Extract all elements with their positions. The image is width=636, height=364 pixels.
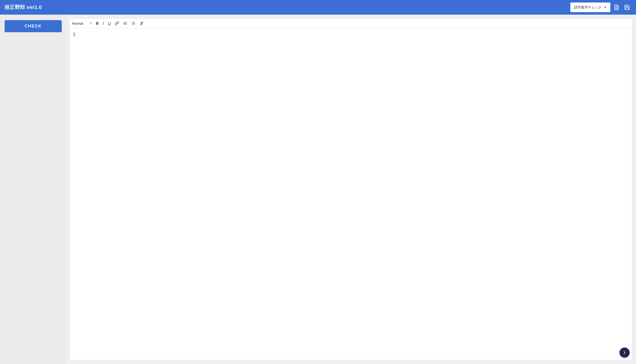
app-title: 校正野郎 ver1.0 bbox=[5, 4, 42, 11]
svg-point-8 bbox=[132, 22, 132, 22]
app-header: 校正野郎 ver1.0 誤字脱字チェック ▼ bbox=[0, 0, 636, 15]
save-icon bbox=[624, 4, 630, 10]
link-icon bbox=[115, 21, 119, 26]
check-button[interactable]: CHECK bbox=[5, 20, 62, 32]
text-cursor bbox=[74, 32, 74, 36]
format-select[interactable]: Normal Heading 1 Heading 2 Heading 3 bbox=[72, 22, 89, 26]
editor-toolbar: Normal Heading 1 Heading 2 Heading 3 ⇕ B… bbox=[69, 18, 632, 28]
ordered-list-icon bbox=[123, 21, 127, 26]
clear-format-button[interactable] bbox=[138, 20, 145, 26]
svg-point-10 bbox=[132, 24, 132, 24]
format-select-wrapper[interactable]: Normal Heading 1 Heading 2 Heading 3 ⇕ bbox=[72, 22, 92, 26]
save-button[interactable] bbox=[623, 3, 631, 12]
chevron-down-icon: ▼ bbox=[604, 6, 607, 9]
check-type-dropdown[interactable]: 誤字脱字チェック ▼ bbox=[570, 2, 610, 12]
svg-point-9 bbox=[132, 23, 132, 24]
clear-format-icon bbox=[140, 21, 144, 26]
file-icon bbox=[613, 4, 619, 10]
unordered-list-icon bbox=[131, 21, 136, 26]
select-arrow-icon: ⇕ bbox=[90, 22, 92, 25]
italic-button[interactable]: I bbox=[101, 20, 106, 26]
file-open-button[interactable] bbox=[612, 3, 621, 12]
unordered-list-button[interactable] bbox=[130, 20, 137, 26]
dropdown-label: 誤字脱字チェック bbox=[574, 5, 601, 10]
svg-line-14 bbox=[141, 22, 143, 25]
ordered-list-button[interactable] bbox=[122, 20, 129, 26]
editor-container: Normal Heading 1 Heading 2 Heading 3 ⇕ B… bbox=[69, 18, 632, 360]
main-layout: CHECK Normal Heading 1 Heading 2 Heading… bbox=[0, 15, 636, 364]
editor-area: Normal Heading 1 Heading 2 Heading 3 ⇕ B… bbox=[66, 15, 636, 364]
editor-content-area[interactable] bbox=[69, 28, 632, 360]
header-actions: 誤字脱字チェック ▼ bbox=[570, 2, 631, 12]
arrow-right-icon bbox=[622, 350, 627, 355]
link-button[interactable] bbox=[113, 20, 121, 26]
sidebar: CHECK bbox=[0, 15, 66, 364]
bold-button[interactable]: B bbox=[94, 20, 100, 26]
fab-action-button[interactable] bbox=[619, 348, 629, 358]
underline-button[interactable]: U bbox=[106, 20, 112, 26]
